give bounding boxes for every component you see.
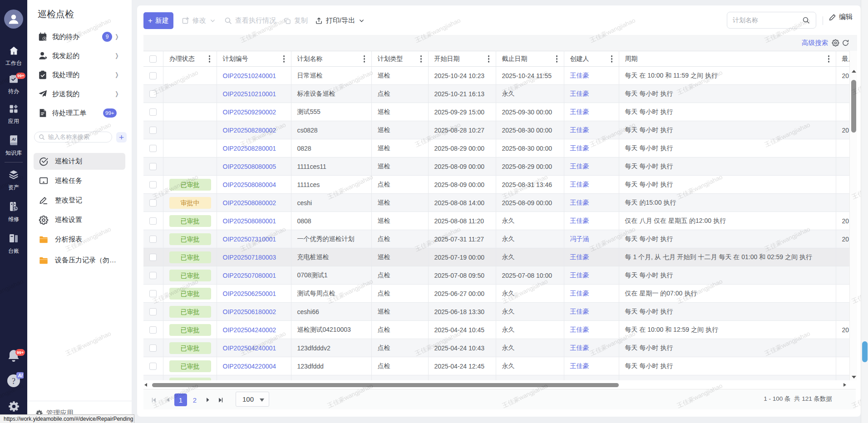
svg-text:AI: AI: [18, 373, 23, 378]
svg-text:AI: AI: [11, 137, 16, 142]
svg-text:?: ?: [12, 377, 15, 386]
